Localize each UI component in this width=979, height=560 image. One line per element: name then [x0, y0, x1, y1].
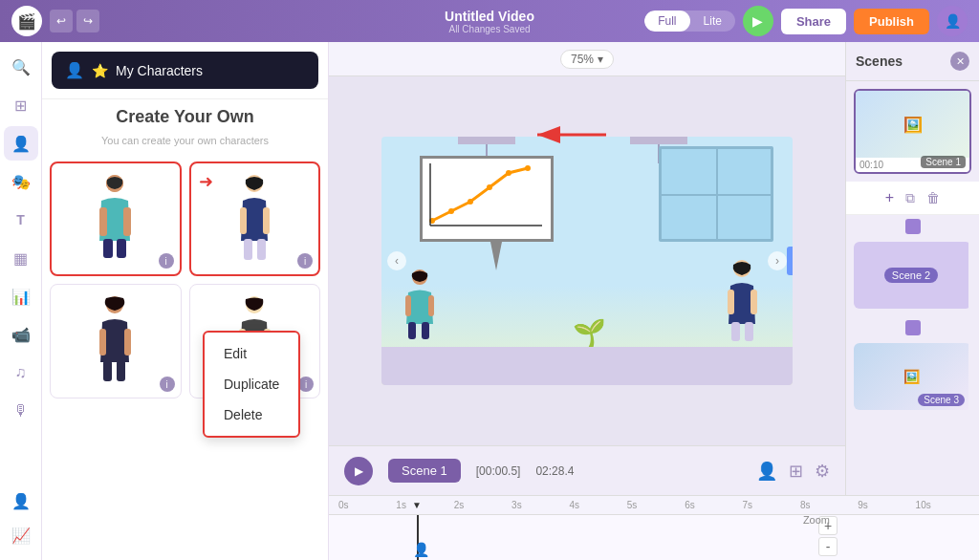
zoom-out-button[interactable]: - — [818, 537, 838, 556]
character-figure-2 — [226, 171, 283, 267]
timeline-track[interactable]: 👤 — [329, 515, 979, 560]
zoom-label: Zoom — [803, 514, 830, 526]
nav-text[interactable]: T — [4, 203, 38, 237]
topbar-left: 🎬 ↩ ↪ — [11, 6, 99, 36]
time-start-display: [00:00.5] — [476, 464, 521, 478]
left-icon-nav: 🔍 ⊞ 👤 🎭 T ▦ 📊 📹 ♫ 🎙 👤 📈 — [0, 42, 42, 560]
nav-user-bottom[interactable]: 👤 — [4, 484, 38, 518]
bottom-icons-group: 👤 ⊞ ⚙ — [756, 461, 830, 482]
tick-9s: 9s — [856, 500, 913, 510]
scenes-header: Scenes ✕ — [846, 42, 979, 81]
characters-panel: 👤 ⭐ My Characters Create Your Own You ca… — [42, 42, 329, 560]
panel-top: 👤 ⭐ My Characters — [42, 42, 328, 99]
char-info-icon-4[interactable]: i — [298, 377, 314, 392]
context-edit[interactable]: Edit — [205, 338, 298, 369]
tick-3s: 3s — [510, 500, 567, 510]
svg-rect-15 — [117, 360, 125, 381]
ceiling-light-2 — [630, 137, 687, 144]
nav-video[interactable]: 📹 — [4, 317, 38, 352]
nav-characters[interactable]: 👤 — [4, 126, 38, 161]
svg-rect-35 — [422, 322, 429, 339]
zoom-value: 75% — [571, 53, 594, 66]
window-frame-v — [716, 149, 718, 239]
topbar: 🎬 ↩ ↪ Untitled Video All Changes Saved F… — [0, 0, 979, 42]
undo-button[interactable]: ↩ — [50, 10, 73, 32]
star-icon: ⭐ — [92, 63, 108, 78]
person-left[interactable] — [401, 269, 439, 349]
tick-6s: 6s — [683, 500, 740, 510]
scene-2-thumbnail: Scene 2 — [854, 242, 968, 309]
canvas-area: 75% ▾ — [329, 42, 845, 495]
svg-rect-38 — [751, 290, 757, 314]
scene-play-button[interactable]: ▶ — [344, 457, 373, 485]
svg-rect-8 — [263, 207, 270, 234]
nav-templates[interactable]: ⊞ — [4, 88, 38, 122]
canvas-stage[interactable]: 🌱 — [329, 76, 845, 445]
toggle-lite[interactable]: Lite — [690, 11, 735, 32]
scene-thumb-3[interactable]: 🖼️ Scene 3 — [854, 343, 971, 410]
my-characters-label: My Characters — [116, 63, 203, 78]
character-card-2[interactable]: ➜ i — [189, 162, 321, 276]
user-avatar[interactable]: 👤 — [937, 6, 968, 36]
character-card-1[interactable]: i — [50, 162, 182, 276]
scene-resize-handle[interactable] — [787, 247, 793, 275]
nav-scenes[interactable]: 🎭 — [4, 164, 38, 199]
scene-name-label[interactable]: Scene 1 — [388, 459, 461, 483]
svg-point-27 — [506, 170, 511, 176]
main-layout: 🔍 ⊞ 👤 🎭 T ▦ 📊 📹 ♫ 🎙 👤 📈 👤 ⭐ My Character… — [0, 42, 979, 560]
nav-search[interactable]: 🔍 — [4, 50, 38, 84]
char-info-icon-3[interactable]: i — [160, 377, 175, 392]
context-delete[interactable]: Delete — [205, 399, 298, 430]
stage-next-arrow[interactable]: › — [768, 251, 787, 270]
nav-music[interactable]: ♫ — [4, 355, 38, 390]
publish-button[interactable]: Publish — [854, 9, 929, 34]
tick-4s: 4s — [567, 500, 624, 510]
sidenav-bottom: 👤 📈 — [4, 484, 38, 560]
scene-thumb-1[interactable]: 🖼️ 00:10 Scene 1 — [854, 89, 971, 174]
nav-settings[interactable]: 📈 — [4, 518, 38, 552]
tick-5s: 5s — [625, 500, 683, 510]
scenes-panel: Scenes ✕ 🖼️ 00:10 Scene 1 + ⧉ 🗑 — [845, 42, 979, 495]
play-button[interactable]: ▶ — [743, 6, 773, 36]
svg-rect-37 — [728, 290, 734, 314]
settings-icon-bottom[interactable]: ⚙ — [815, 461, 830, 482]
context-duplicate[interactable]: Duplicate — [205, 369, 298, 399]
delete-scene-button[interactable]: 🗑 — [923, 185, 944, 210]
scene-3-thumbnail: 🖼️ Scene 3 — [854, 343, 968, 410]
app-logo[interactable]: 🎬 — [11, 6, 42, 36]
redo-button[interactable]: ↪ — [76, 10, 99, 32]
scenes-close-button[interactable]: ✕ — [950, 52, 969, 71]
scene-3-label-badge: Scene 3 — [918, 394, 965, 406]
nav-voiceover[interactable]: 🎙 — [4, 394, 38, 428]
nav-assets[interactable]: ▦ — [4, 241, 38, 275]
timeline-character-icon[interactable]: 👤 — [413, 542, 429, 557]
char-info-icon-1[interactable]: i — [159, 253, 174, 269]
scene-thumb-2[interactable]: Scene 2 — [854, 242, 971, 309]
tick-1s: 1s — [394, 500, 451, 510]
my-characters-button[interactable]: 👤 ⭐ My Characters — [52, 52, 318, 89]
char-info-icon-2[interactable]: i — [297, 253, 313, 269]
nav-charts[interactable]: 📊 — [4, 279, 38, 313]
person-right[interactable] — [721, 259, 764, 349]
red-arrow-in-card: ➜ — [199, 171, 213, 192]
tick-10s: 10s — [914, 500, 971, 510]
stage-prev-arrow[interactable]: ‹ — [387, 251, 406, 270]
scenes-icon-bottom[interactable]: ⊞ — [789, 461, 803, 482]
office-plant: 🌱 — [573, 317, 606, 349]
toggle-full[interactable]: Full — [644, 11, 689, 32]
character-card-3[interactable]: i — [50, 284, 182, 398]
svg-rect-33 — [428, 295, 434, 316]
scenes-title: Scenes — [856, 54, 903, 69]
duplicate-scene-button[interactable]: ⧉ — [902, 185, 919, 210]
svg-rect-14 — [103, 360, 112, 381]
zoom-control[interactable]: 75% ▾ — [560, 50, 614, 69]
character-icon-bottom[interactable]: 👤 — [756, 461, 777, 482]
scene-1-actions: + ⧉ 🗑 — [846, 182, 979, 215]
add-scene-button[interactable]: + — [881, 185, 898, 210]
bottom-controls: ▶ Scene 1 [00:00.5] 02:28.4 👤 ⊞ ⚙ — [329, 445, 845, 495]
svg-rect-9 — [244, 239, 252, 260]
share-button[interactable]: Share — [781, 9, 846, 34]
video-title[interactable]: Untitled Video — [445, 9, 534, 24]
timeline-ruler: 0s 1s 2s 3s 4s 5s 6s 7s 8s 9s 10s — [329, 496, 979, 515]
scene-connector-1 — [905, 219, 921, 234]
